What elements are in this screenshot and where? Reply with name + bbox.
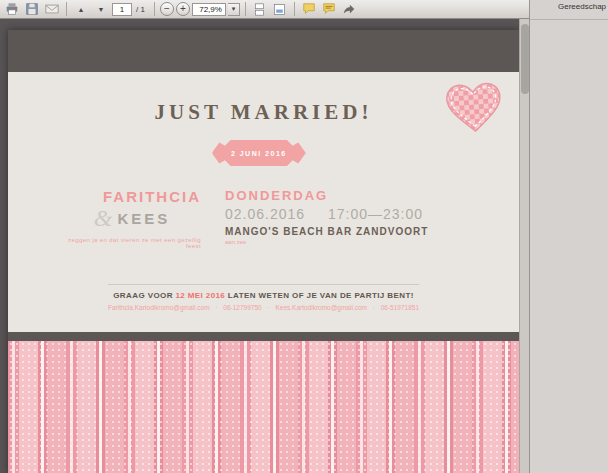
divider-line: [108, 284, 419, 285]
date-badge: 2 JUNI 2016: [212, 140, 306, 166]
share-button[interactable]: [340, 1, 358, 17]
comment-bubble-icon: [302, 2, 316, 16]
event-dateline: 02.06.2016 17:00—23:00: [225, 206, 485, 222]
contact-line: Farithcia.Kartodikromo@gmail.com · 06-12…: [8, 304, 519, 311]
chevron-down-icon: ▾: [232, 5, 236, 13]
scroll-mode-button[interactable]: [251, 1, 269, 17]
rsvp-prefix: GRAAG VOOR: [113, 291, 173, 300]
print-button[interactable]: [3, 1, 21, 17]
minus-icon: −: [164, 4, 170, 14]
page-up-icon: ▲: [78, 6, 85, 13]
heart-icon: [443, 78, 505, 136]
document-viewport[interactable]: JUST MARRIED!: [0, 19, 529, 473]
rsvp-suffix: LATEN WETEN OF JE VAN DE PARTIJ BENT!: [228, 291, 414, 300]
zoom-out-button[interactable]: −: [160, 2, 174, 16]
page-divider-band: [8, 332, 519, 341]
invitation-page: JUST MARRIED!: [8, 30, 519, 473]
invitation-body: JUST MARRIED!: [8, 72, 519, 332]
tools-panel-title[interactable]: Gereedschap: [558, 2, 606, 11]
tagline: zeggen ja en dat vieren ze met een gezel…: [63, 237, 201, 249]
invitation-title: JUST MARRIED!: [8, 100, 519, 125]
toolbar-separator: [154, 2, 155, 16]
event-venue: MANGO'S BEACH BAR ZANDVOORT: [225, 226, 485, 237]
email-button[interactable]: [43, 1, 61, 17]
annotate-button[interactable]: [320, 1, 338, 17]
scroll-mode-icon: [253, 3, 266, 16]
email-icon: [45, 2, 59, 16]
scrollbar-thumb[interactable]: [521, 24, 529, 94]
toolbar-separator: [294, 2, 295, 16]
event-day: DONDERDAG: [225, 188, 485, 203]
tools-panel: Gereedschap: [529, 0, 608, 473]
previous-page-button[interactable]: ▲: [72, 1, 90, 17]
vertical-scrollbar[interactable]: [519, 19, 529, 473]
ampersand: &: [94, 206, 113, 230]
pdf-toolbar: ▲ ▼ / 1 − + 72,9% ▾: [0, 0, 530, 19]
toolbar-separator: [66, 2, 67, 16]
save-button[interactable]: [23, 1, 41, 17]
plus-icon: +: [180, 4, 186, 14]
save-icon: [25, 2, 39, 16]
next-page-button[interactable]: ▼: [92, 1, 110, 17]
venue-note: aan zee: [225, 239, 485, 245]
striped-footer-pattern: [8, 341, 519, 473]
toolbar-separator: [245, 2, 246, 16]
comment-button[interactable]: [300, 1, 318, 17]
zoom-level-display[interactable]: 72,9%: [192, 3, 226, 16]
page-down-icon: ▼: [98, 6, 105, 13]
annotation-bubble-icon: [322, 2, 336, 16]
page-total-label: / 1: [136, 5, 145, 14]
panel-divider: [530, 19, 608, 20]
bride-name: FARITHCIA: [63, 188, 201, 205]
groom-name: KEES: [117, 210, 170, 227]
zoom-dropdown-button[interactable]: ▾: [228, 3, 240, 16]
page-header-band: [8, 30, 519, 72]
fit-width-button[interactable]: [271, 1, 289, 17]
couple-names: FARITHCIA & KEES zeggen ja en dat vieren…: [63, 188, 201, 249]
zoom-level-value: 72,9%: [199, 5, 222, 14]
zoom-in-button[interactable]: +: [176, 2, 190, 16]
print-icon: [5, 2, 19, 16]
event-details: DONDERDAG 02.06.2016 17:00—23:00 MANGO'S…: [225, 188, 485, 245]
groom-row: & KEES: [63, 206, 201, 230]
fit-width-icon: [273, 3, 286, 16]
page-number-input[interactable]: [112, 3, 132, 16]
share-arrow-icon: [342, 2, 356, 16]
rsvp-line: GRAAG VOOR 12 MEI 2016 LATEN WETEN OF JE…: [8, 291, 519, 300]
event-date: 02.06.2016: [225, 206, 305, 222]
event-time: 17:00—23:00: [328, 206, 423, 222]
pdf-viewer-window: ▲ ▼ / 1 − + 72,9% ▾: [0, 0, 608, 473]
date-badge-label: 2 JUNI 2016: [231, 150, 287, 157]
rsvp-date: 12 MEI 2016: [175, 291, 225, 300]
